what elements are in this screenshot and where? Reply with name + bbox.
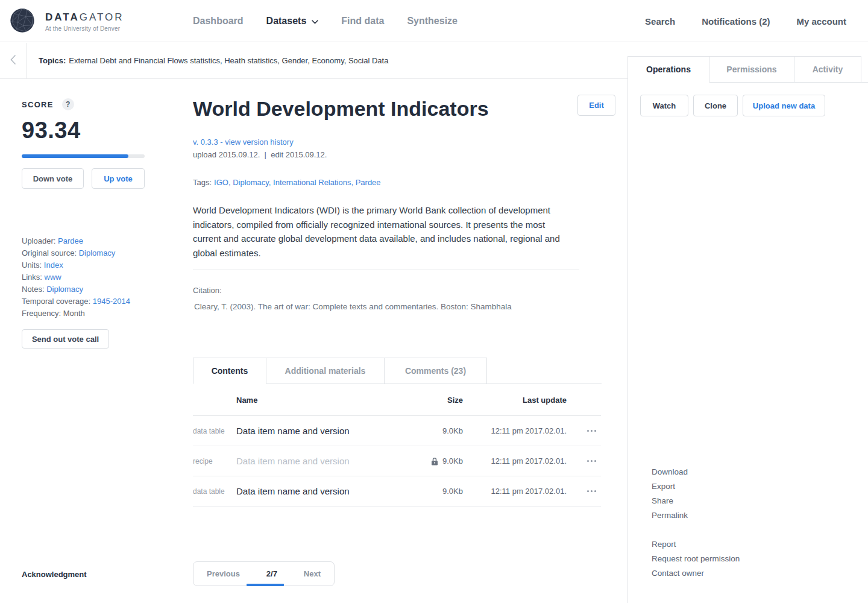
item-size-value: 9.0Kb (442, 487, 463, 496)
tags-links[interactable]: IGO, Diplomacy, International Relations,… (214, 178, 381, 187)
meta-label: Units: (22, 260, 42, 270)
send-vote-call-button[interactable]: Send out vote call (22, 329, 109, 349)
download-link[interactable]: Download (652, 465, 688, 479)
row-menu-button[interactable] (567, 460, 601, 462)
tab-additional-materials[interactable]: Additional materials (266, 358, 385, 384)
operations-panel: Operations Permissions Activity Watch Cl… (627, 56, 868, 603)
item-type-label: data table (193, 427, 236, 435)
score-help-icon[interactable]: ? (62, 98, 74, 110)
contact-owner-link[interactable]: Contact owner (652, 566, 740, 581)
tab-contents[interactable]: Contents (193, 358, 266, 384)
tab-operations[interactable]: Operations (628, 56, 709, 83)
score-sidebar: SCORE ? 93.34 Down vote Up vote Uploader… (22, 98, 145, 349)
meta-uploader: Uploader: Pardee (22, 235, 145, 247)
meta-value-link[interactable]: Diplomacy (79, 248, 116, 257)
previous-page-button[interactable]: Previous (207, 569, 240, 578)
item-size-value: 9.0Kb (442, 426, 463, 435)
meta-notes: Notes: Diplomacy (22, 283, 145, 295)
meta-value-link[interactable]: Diplomacy (46, 285, 83, 294)
panel-tabs: Operations Permissions Activity (628, 56, 868, 83)
meta-label: Notes: (22, 285, 45, 294)
meta-value-link[interactable]: Index (44, 260, 63, 270)
item-size: 9.0Kb (417, 456, 463, 466)
user-nav: Search Notifications (2) My account (645, 0, 846, 42)
table-row: recipe Data item name and version 9.0Kb … (193, 446, 601, 476)
dataset-title: World Development Indicators (193, 96, 489, 121)
content-tabs: Contents Additional materials Comments (… (193, 358, 602, 384)
nav-search[interactable]: Search (645, 16, 675, 27)
panel-links-primary: Download Export Share Permalink (652, 465, 688, 523)
divider (193, 270, 579, 270)
topics-label: Topics: (39, 56, 66, 65)
current-page-indicator: 2/7 (266, 569, 277, 578)
meta-value-link[interactable]: www (45, 273, 61, 282)
lock-icon (431, 457, 438, 466)
brand[interactable]: DATAGATOR At the University of Denver (8, 7, 124, 37)
tab-strip-filler (487, 358, 602, 384)
meta-value-link[interactable]: Pardee (58, 236, 83, 245)
nav-synthesize[interactable]: Synthesize (407, 16, 458, 27)
item-name-link[interactable]: Data item name and version (236, 486, 417, 496)
edit-button[interactable]: Edit (577, 95, 615, 116)
citation-label: Citation: (193, 286, 222, 295)
tags-label: Tags: (193, 178, 212, 187)
nav-notifications[interactable]: Notifications (2) (702, 16, 770, 27)
acknowledgment-label[interactable]: Acknowledgment (22, 570, 87, 579)
clone-button[interactable]: Clone (693, 95, 738, 116)
back-button[interactable] (0, 43, 27, 78)
column-header-name: Name (236, 396, 417, 405)
export-link[interactable]: Export (652, 479, 688, 494)
table-row: data table Data item name and version 9.… (193, 476, 601, 507)
meta-value-link[interactable]: 1945-2014 (93, 297, 130, 306)
report-link[interactable]: Report (652, 537, 740, 552)
item-type-label: data table (193, 487, 236, 496)
item-name-link[interactable]: Data item name and version (236, 456, 417, 466)
meta-original-source: Original source: Diplomacy (22, 247, 145, 259)
meta-links: Links: www (22, 271, 145, 283)
item-last-update: 12:11 pm 2017.02.01. (463, 456, 567, 466)
next-page-button[interactable]: Next (304, 569, 321, 578)
tab-permissions[interactable]: Permissions (709, 56, 794, 83)
meta-units: Units: Index (22, 259, 145, 271)
watch-button[interactable]: Watch (640, 95, 688, 116)
down-vote-button[interactable]: Down vote (22, 168, 84, 189)
topics-value: External Debt and Financial Flows statis… (69, 56, 388, 65)
dataset-description: World Development Indicators (WDI) is th… (193, 203, 567, 260)
pagination-active-indicator (247, 584, 284, 586)
score-header: SCORE ? (22, 98, 145, 110)
tags-row: Tags:IGO, Diplomacy, International Relat… (193, 178, 381, 187)
table-header: Name Size Last update (193, 384, 601, 416)
app-header: DATAGATOR At the University of Denver Da… (0, 0, 868, 42)
share-link[interactable]: Share (652, 494, 688, 508)
upload-new-data-button[interactable]: Upload new data (743, 95, 825, 116)
tab-activity[interactable]: Activity (794, 56, 861, 83)
citation-text: Cleary, T. (2003). The art of war: Compl… (194, 302, 512, 311)
tab-comments[interactable]: Comments (23) (385, 358, 487, 384)
row-menu-button[interactable] (567, 430, 601, 432)
nav-find-data[interactable]: Find data (341, 16, 384, 27)
permalink-link[interactable]: Permalink (652, 508, 688, 523)
score-label: SCORE (22, 100, 54, 109)
up-vote-button[interactable]: Up vote (92, 168, 145, 189)
item-last-update: 12:11 pm 2017.02.01. (463, 487, 567, 496)
item-name-link[interactable]: Data item name and version (236, 426, 417, 436)
score-progress-fill (22, 154, 128, 158)
item-size-value: 9.0Kb (442, 456, 463, 466)
brand-text: DATAGATOR At the University of Denver (45, 11, 124, 32)
datagator-globe-icon (8, 7, 36, 37)
nav-my-account[interactable]: My account (796, 16, 846, 27)
contents-table: Name Size Last update data table Data it… (193, 384, 601, 507)
nav-datasets[interactable]: Datasets (266, 16, 319, 27)
meta-frequency: Frequency: Month (22, 308, 145, 320)
item-last-update: 12:11 pm 2017.02.01. (463, 426, 567, 435)
version-history-link[interactable]: v. 0.3.3 - view version history (193, 137, 294, 147)
panel-links-secondary: Report Request root permission Contact o… (652, 537, 740, 581)
row-menu-button[interactable] (567, 490, 601, 492)
topics-text: Topics:External Debt and Financial Flows… (39, 56, 388, 65)
column-header-last-update: Last update (463, 396, 567, 405)
nav-dashboard[interactable]: Dashboard (193, 16, 244, 27)
request-root-permission-link[interactable]: Request root permission (652, 552, 740, 566)
pagination: Previous 2/7 Next (193, 561, 335, 586)
brand-tagline: At the University of Denver (45, 25, 124, 32)
meta-label: Uploader: (22, 236, 55, 245)
